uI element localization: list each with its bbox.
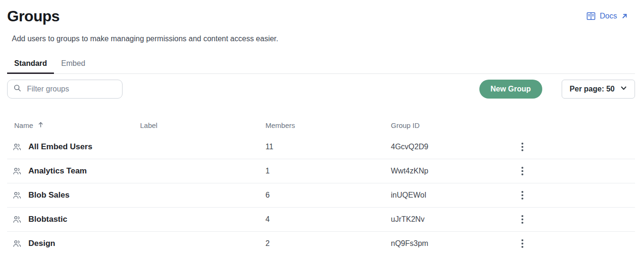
row-actions-menu-button[interactable]	[513, 135, 532, 159]
page-subtitle: Add users to groups to make managing per…	[12, 34, 644, 44]
column-header-name[interactable]: Name	[7, 121, 140, 129]
filter-groups-box[interactable]	[7, 80, 123, 99]
column-header-label[interactable]: Label	[140, 121, 265, 129]
row-actions-menu-button[interactable]	[513, 208, 532, 231]
table-row: Design 2 nQ9Fs3pm	[7, 232, 635, 254]
page-header: Groups Docs	[0, 0, 644, 26]
group-id: Wwt4zKNp	[391, 167, 513, 175]
group-id: 4GcvQ2D9	[391, 143, 513, 151]
group-name-cell: Analytics Team	[7, 166, 140, 176]
group-people-icon	[12, 215, 22, 224]
chevron-down-icon	[620, 85, 627, 93]
table-row: All Embed Users 11 4GcvQ2D9	[7, 135, 635, 159]
group-people-icon	[12, 239, 22, 248]
group-id: uJrTK2Nv	[391, 215, 513, 224]
group-name: Analytics Team	[28, 166, 87, 176]
group-name-cell: Design	[7, 239, 140, 248]
group-members-count: 1	[265, 167, 391, 175]
table-body: All Embed Users 11 4GcvQ2D9 Analytics Te…	[7, 135, 635, 254]
sort-ascending-icon	[37, 121, 44, 129]
new-group-button[interactable]: New Group	[479, 80, 542, 99]
group-id: nQ9Fs3pm	[391, 239, 513, 248]
row-actions-menu-button[interactable]	[513, 183, 532, 207]
row-actions-menu-button[interactable]	[513, 232, 532, 254]
filter-groups-input[interactable]	[26, 84, 116, 94]
tab-bar: Standard Embed	[7, 56, 635, 74]
per-page-dropdown[interactable]: Per page: 50	[562, 80, 635, 99]
tab-standard[interactable]: Standard	[7, 56, 54, 73]
docs-link-label: Docs	[600, 12, 617, 20]
group-members-count: 6	[265, 191, 391, 200]
group-people-icon	[12, 142, 22, 152]
group-name: Design	[28, 239, 55, 248]
group-members-count: 2	[265, 239, 391, 248]
external-link-icon	[621, 12, 628, 20]
table-row: Analytics Team 1 Wwt4zKNp	[7, 159, 635, 183]
group-name-cell: Blob Sales	[7, 190, 140, 200]
group-members-count: 11	[265, 143, 391, 151]
table-row: Blob Sales 6 inUQEWoI	[7, 183, 635, 208]
group-name: All Embed Users	[28, 142, 92, 152]
book-icon	[586, 11, 596, 21]
column-header-members[interactable]: Members	[265, 121, 391, 129]
tab-embed[interactable]: Embed	[54, 56, 92, 73]
group-people-icon	[12, 190, 22, 200]
group-members-count: 4	[265, 215, 391, 224]
toolbar: New Group Per page: 50	[7, 80, 635, 99]
table-row: Blobtastic 4 uJrTK2Nv	[7, 208, 635, 232]
search-icon	[13, 84, 22, 94]
column-header-group-id[interactable]: Group ID	[391, 121, 513, 129]
group-id: inUQEWoI	[391, 191, 513, 200]
per-page-label: Per page: 50	[570, 85, 615, 93]
row-actions-menu-button[interactable]	[513, 159, 532, 183]
page-title: Groups	[7, 7, 60, 26]
group-name-cell: All Embed Users	[7, 142, 140, 152]
group-name: Blobtastic	[28, 215, 67, 224]
group-name: Blob Sales	[28, 190, 70, 200]
group-name-cell: Blobtastic	[7, 215, 140, 224]
docs-link[interactable]: Docs	[586, 11, 628, 21]
group-people-icon	[12, 166, 22, 176]
groups-table: Name Label Members Group ID	[7, 115, 635, 254]
table-header: Name Label Members Group ID	[7, 115, 635, 135]
